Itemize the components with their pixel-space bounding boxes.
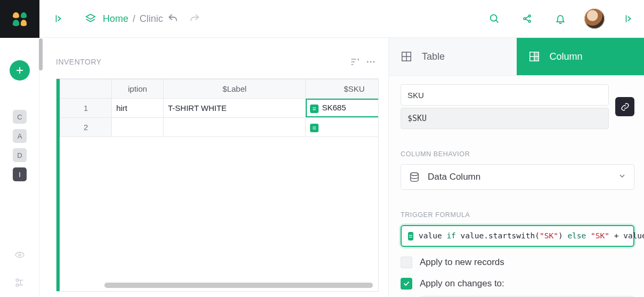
col-header-label[interactable]: $Label <box>164 79 306 99</box>
svg-point-2 <box>19 254 21 256</box>
svg-point-23 <box>373 61 374 63</box>
table-row[interactable]: 1hirtT-SHIRT WHITESK685 <box>60 99 379 118</box>
tab-column-label: Column <box>550 51 583 62</box>
apply-new-label: Apply to new records <box>420 257 504 268</box>
formula-code: value if value.startswith("SK") else "SK… <box>419 231 644 240</box>
raw-data-icon[interactable] <box>11 246 29 264</box>
svg-point-22 <box>370 61 372 63</box>
formula-icon <box>310 105 319 113</box>
trigger-formula-input[interactable]: value if value.startswith("SK") else "SK… <box>401 225 634 247</box>
svg-point-13 <box>528 20 531 22</box>
data-grid[interactable]: iption $Label $SKU + 1hirtT-SHIRT WHITES… <box>56 78 379 292</box>
avatar[interactable] <box>584 9 605 29</box>
nav-sidebar: CADI <box>0 0 39 297</box>
rownum-header[interactable] <box>60 79 112 99</box>
cell-label[interactable] <box>164 118 306 137</box>
apply-changes-checkbox[interactable] <box>401 278 412 290</box>
undo-button[interactable] <box>164 10 182 28</box>
share-icon[interactable] <box>518 10 536 28</box>
section-title: INVENTORY <box>56 58 347 66</box>
cell-description[interactable] <box>112 118 164 137</box>
tab-table[interactable]: Table <box>389 38 517 76</box>
svg-rect-3 <box>16 279 18 281</box>
sidebar-page[interactable]: I <box>13 167 27 181</box>
formula-icon <box>408 232 413 240</box>
svg-line-14 <box>526 17 529 18</box>
cell-sku[interactable] <box>306 118 378 137</box>
col-header-description[interactable]: iption <box>112 79 164 99</box>
sidebar-page[interactable]: D <box>13 148 27 162</box>
breadcrumb-separator: / <box>133 13 135 25</box>
svg-rect-4 <box>16 284 18 286</box>
link-name-id-button[interactable] <box>615 97 634 116</box>
svg-rect-34 <box>534 52 539 61</box>
col-header-sku[interactable]: $SKU <box>306 79 378 99</box>
column-id-input[interactable] <box>401 108 609 129</box>
formula-icon <box>310 124 319 132</box>
row-number[interactable]: 1 <box>60 99 112 118</box>
collapse-right-icon[interactable] <box>619 10 638 28</box>
apply-new-checkbox[interactable] <box>401 256 412 268</box>
cell-sku[interactable]: SK685 <box>306 99 378 118</box>
pages-icon[interactable] <box>81 10 100 28</box>
svg-point-35 <box>411 173 419 176</box>
tab-column[interactable]: Column <box>517 38 645 76</box>
add-new-button[interactable] <box>10 60 30 81</box>
svg-point-11 <box>524 18 526 20</box>
svg-point-12 <box>528 15 531 17</box>
expand-left-icon[interactable] <box>50 10 68 28</box>
column-behavior-label: COLUMN BEHAVIOR <box>401 150 634 158</box>
horizontal-scrollbar[interactable] <box>104 283 373 288</box>
svg-line-15 <box>526 19 529 21</box>
breadcrumb-current[interactable]: Clinic <box>140 13 163 25</box>
redo-button[interactable] <box>185 10 203 28</box>
row-number[interactable]: 2 <box>60 118 112 137</box>
sort-filter-icon[interactable] <box>347 54 363 70</box>
apply-changes-label: Apply on changes to: <box>420 278 504 289</box>
sidebar-page[interactable]: A <box>13 129 27 143</box>
app-logo[interactable] <box>0 0 39 38</box>
svg-line-10 <box>496 20 498 22</box>
breadcrumb-home[interactable]: Home <box>103 13 128 25</box>
notifications-icon[interactable] <box>551 10 569 28</box>
section-menu-icon[interactable] <box>363 54 379 70</box>
cell-description[interactable]: hirt <box>112 99 164 118</box>
svg-point-9 <box>491 15 497 21</box>
svg-point-21 <box>367 61 369 63</box>
table-row[interactable]: 2 <box>60 118 379 137</box>
cell-label[interactable]: T-SHIRT WHITE <box>164 99 306 118</box>
top-bar: Home / Clinic <box>40 0 644 38</box>
code-view-icon[interactable] <box>11 274 29 292</box>
column-behavior-select[interactable]: Data Column <box>401 164 634 190</box>
column-behavior-value: Data Column <box>428 172 480 182</box>
chevron-down-icon <box>618 172 626 182</box>
trigger-formula-label: TRIGGER FORMULA <box>401 211 634 219</box>
tab-table-label: Table <box>422 51 445 62</box>
svg-marker-20 <box>357 59 359 61</box>
right-panel: Table Column COLUMN BEHAVIO <box>388 38 644 297</box>
search-icon[interactable] <box>485 10 503 28</box>
sidebar-page[interactable]: C <box>13 110 27 124</box>
column-name-input[interactable] <box>401 84 609 106</box>
